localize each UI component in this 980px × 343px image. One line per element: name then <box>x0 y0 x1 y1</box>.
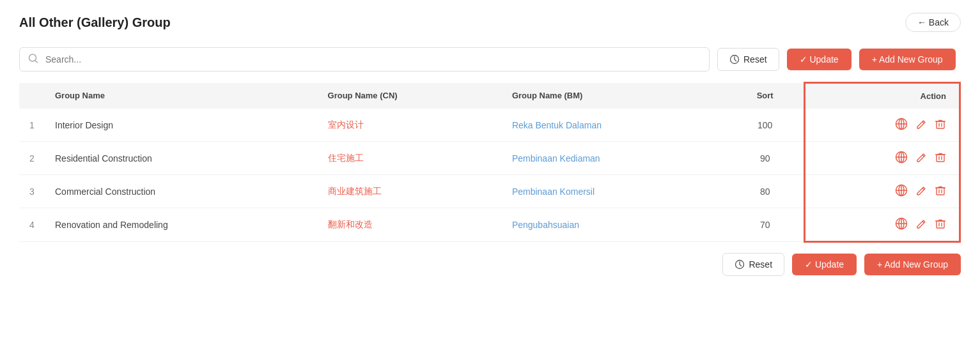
page-title: All Other (Gallery) Group <box>19 15 171 30</box>
bottom-toolbar: Reset ✓ Update + Add New Group <box>19 253 961 276</box>
row-sort: 100 <box>727 109 805 142</box>
row-num: 4 <box>19 208 45 242</box>
search-input[interactable] <box>19 47 710 72</box>
row-action <box>804 208 960 242</box>
col-group-name-cn: Group Name (CN) <box>318 83 502 109</box>
svg-rect-28 <box>937 221 944 228</box>
row-action <box>804 142 960 175</box>
row-num: 3 <box>19 175 45 208</box>
row-group-name: Renovation and Remodeling <box>45 208 318 242</box>
search-wrapper <box>19 47 710 72</box>
table-row: 1 Interior Design 室内设计 Reka Bentuk Dalam… <box>19 109 960 142</box>
reset-button-top[interactable]: Reset <box>717 48 779 71</box>
row-sort: 90 <box>727 142 805 175</box>
action-icons-group <box>816 118 949 132</box>
row-group-name-cn: 住宅施工 <box>318 142 502 175</box>
reset-button-bottom[interactable]: Reset <box>722 253 784 276</box>
row-num: 1 <box>19 109 45 142</box>
delete-icon[interactable] <box>935 118 946 132</box>
update-button-bottom[interactable]: ✓ Update <box>792 254 857 275</box>
table-row: 3 Commercial Construction 商业建筑施工 Pembina… <box>19 175 960 208</box>
action-icons-group <box>816 151 949 165</box>
col-num <box>19 83 45 109</box>
svg-point-0 <box>29 54 36 61</box>
svg-line-1 <box>36 61 38 63</box>
row-group-name: Commercial Construction <box>45 175 318 208</box>
groups-table: Group Name Group Name (CN) Group Name (B… <box>19 82 961 243</box>
action-icons-group <box>816 184 949 199</box>
row-group-name: Residential Construction <box>45 142 318 175</box>
row-group-name-bm: Pengubahsuaian <box>502 208 727 242</box>
col-group-name-bm: Group Name (BM) <box>502 83 727 109</box>
globe-icon[interactable] <box>895 118 908 132</box>
globe-icon[interactable] <box>895 217 908 232</box>
reset-icon-bottom <box>735 259 745 270</box>
row-action <box>804 175 960 208</box>
table-row: 4 Renovation and Remodeling 翻新和改造 Pengub… <box>19 208 960 242</box>
svg-rect-7 <box>937 121 944 128</box>
delete-icon[interactable] <box>935 185 946 198</box>
row-group-name-cn: 翻新和改造 <box>318 208 502 242</box>
row-sort: 80 <box>727 175 805 208</box>
action-icons-group <box>816 217 949 232</box>
col-sort: Sort <box>727 83 805 109</box>
delete-icon[interactable] <box>935 218 946 231</box>
delete-icon[interactable] <box>935 151 946 165</box>
svg-rect-14 <box>937 155 944 162</box>
svg-rect-21 <box>937 188 944 195</box>
edit-icon[interactable] <box>915 185 927 198</box>
row-group-name-cn: 室内设计 <box>318 109 502 142</box>
row-sort: 70 <box>727 208 805 242</box>
col-group-name: Group Name <box>45 83 318 109</box>
row-action <box>804 109 960 142</box>
edit-icon[interactable] <box>915 218 927 231</box>
globe-icon[interactable] <box>895 151 908 165</box>
top-toolbar: Reset ✓ Update + Add New Group <box>19 47 961 72</box>
edit-icon[interactable] <box>915 151 927 165</box>
row-group-name-bm: Pembinaan Kediaman <box>502 142 727 175</box>
row-group-name-bm: Pembinaan Komersil <box>502 175 727 208</box>
row-group-name: Interior Design <box>45 109 318 142</box>
edit-icon[interactable] <box>915 118 927 132</box>
back-button[interactable]: ← Back <box>905 13 961 32</box>
row-group-name-bm: Reka Bentuk Dalaman <box>502 109 727 142</box>
page-header: All Other (Gallery) Group ← Back <box>19 13 961 32</box>
table-row: 2 Residential Construction 住宅施工 Pembinaa… <box>19 142 960 175</box>
row-num: 2 <box>19 142 45 175</box>
add-new-group-button-bottom[interactable]: + Add New Group <box>864 254 961 275</box>
globe-icon[interactable] <box>895 184 908 199</box>
search-icon <box>28 54 38 66</box>
update-button-top[interactable]: ✓ Update <box>787 49 852 70</box>
row-group-name-cn: 商业建筑施工 <box>318 175 502 208</box>
col-action: Action <box>804 83 960 109</box>
table-header-row: Group Name Group Name (CN) Group Name (B… <box>19 83 960 109</box>
reset-icon-top <box>729 54 740 65</box>
add-new-group-button-top[interactable]: + Add New Group <box>859 49 956 70</box>
